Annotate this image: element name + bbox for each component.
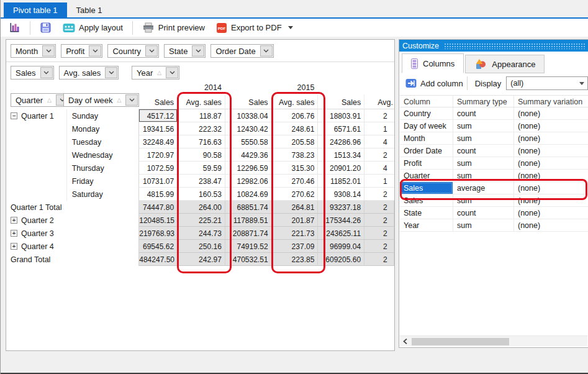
measure-header[interactable]: Avg. sales [178,94,225,109]
summary-column-cell[interactable]: Month [400,132,453,144]
summary-table-row[interactable]: Quartersum(none) [400,170,588,182]
tab-appearance[interactable]: Appearance [465,55,545,73]
summary-variation-cell[interactable]: (none) [513,194,588,206]
pivot-value-cell[interactable]: 2 [364,227,394,240]
measure-header[interactable]: Sales [318,94,364,109]
summary-column-cell[interactable]: Sales [400,182,453,194]
pivot-value-cell[interactable]: 24286.96 [318,135,364,148]
pivot-value-cell[interactable]: 264.00 [178,201,225,214]
summary-table-row[interactable]: Profitsum(none) [400,157,588,170]
row-field-day-of-week[interactable]: Day of week△ [63,93,139,107]
pivot-value-cell[interactable]: 2 [364,214,394,227]
column-field-year-dropdown-button[interactable] [166,67,178,78]
pivot-value-cell[interactable]: 238.47 [178,175,225,188]
pivot-value-cell[interactable]: 175344.26 [318,214,364,227]
pivot-value-cell[interactable]: 20901.20 [318,162,364,175]
export-pdf-dropdown-caret[interactable] [288,26,293,29]
tab-table-1[interactable]: Table 1 [67,2,112,17]
pivot-value-cell[interactable]: 120485.15 [138,214,178,227]
tab-columns[interactable]: Columns [402,53,464,73]
pivot-value-cell[interactable]: 250.16 [178,240,225,253]
pivot-value-cell[interactable]: 2 [364,148,394,162]
pivot-value-cell[interactable]: 10824.69 [225,188,272,201]
summary-type-cell[interactable]: count [453,107,513,119]
pivot-value-cell[interactable]: 32248.49 [138,135,178,148]
header-column[interactable]: Column [400,96,453,107]
pivot-value-cell[interactable]: 59.59 [178,162,225,175]
summary-type-cell[interactable]: sum [453,194,513,206]
export-pdf-button[interactable]: PDF Export to PDF [213,21,296,35]
pivot-value-cell[interactable]: 270.46 [272,175,319,188]
summary-variation-cell[interactable]: (none) [513,107,588,119]
pivot-value-cell[interactable]: 242.97 [178,253,225,266]
pivot-value-cell[interactable]: 5550.58 [225,135,272,148]
summary-type-cell[interactable]: count [453,207,513,219]
pivot-value-cell[interactable]: 12296.59 [225,162,272,175]
summary-table-row[interactable]: Statecount(none) [400,207,588,219]
pivot-value-cell[interactable]: 2 [364,253,394,266]
pivot-value-cell[interactable]: 1 [364,122,394,135]
summary-table-row[interactable]: Yearsum(none) [400,219,588,232]
measure-header[interactable]: Avg. [364,94,394,109]
summary-type-cell[interactable]: sum [453,120,513,132]
summary-table-row[interactable]: Salesaverage(none) [400,182,588,194]
pivot-value-cell[interactable]: 118.87 [178,109,225,122]
summary-table-row[interactable]: Countrycount(none) [400,107,588,120]
tab-pivot-table-1[interactable]: Pivot table 1 [4,2,67,17]
day-row-header[interactable]: Monday [66,122,139,135]
pivot-value-cell[interactable]: 18803.91 [318,109,364,122]
header-summary-variation[interactable]: Summary variation [513,96,588,107]
filter-field-profit[interactable]: Profit [61,44,102,58]
pivot-value-cell[interactable]: 1072.59 [138,162,178,175]
summary-column-cell[interactable]: Country [400,107,453,119]
total-row-header[interactable]: Grand Total [6,253,138,266]
summary-variation-cell[interactable]: (none) [513,120,588,132]
pivot-value-cell[interactable]: 716.63 [178,135,225,148]
display-combo[interactable]: (all) [506,76,588,90]
year-group-header[interactable]: 2014 [138,81,225,94]
day-row-header[interactable]: Friday [66,175,139,188]
summary-variation-cell[interactable]: (none) [513,170,588,181]
filter-field-profit-dropdown-button[interactable] [89,45,101,57]
pivot-value-cell[interactable]: 264.81 [272,201,319,214]
year-group-header[interactable]: 2015 [225,81,319,94]
pivot-value-cell[interactable]: 2 [364,109,394,122]
pivot-value-cell[interactable]: 4815.99 [138,188,178,201]
expand-icon[interactable]: + [11,243,17,250]
summary-table-row[interactable]: Order Datecount(none) [400,145,588,157]
measure-header[interactable]: Sales [225,94,272,109]
add-column-button[interactable]: Add column [403,77,466,89]
summary-table-row[interactable]: Day of weeksum(none) [400,120,588,132]
filter-field-order-date-dropdown-button[interactable] [260,45,273,57]
pivot-value-cell[interactable]: 12430.42 [225,122,272,135]
filter-field-month-dropdown-button[interactable] [42,45,55,57]
summary-column-cell[interactable]: State [400,207,453,219]
summary-variation-cell[interactable]: (none) [513,132,588,144]
pivot-value-cell[interactable]: 96999.04 [318,240,364,253]
pivot-value-cell[interactable]: 160.53 [178,188,225,201]
pivot-value-cell[interactable]: 315.30 [272,162,319,175]
summary-variation-cell[interactable]: (none) [513,207,588,219]
total-row-header[interactable]: +Quarter 3 [6,227,138,240]
summary-type-cell[interactable]: sum [453,157,513,169]
data-field-avg-sales[interactable]: Avg. sales [59,66,119,80]
filter-field-state[interactable]: State [164,44,206,58]
scrollbar-thumb[interactable] [412,338,509,345]
pivot-value-cell[interactable]: 2 [364,201,394,214]
pivot-value-cell[interactable]: 248.61 [272,122,319,135]
total-row-header[interactable]: Quarter 1 Total [6,201,138,214]
pivot-value-cell[interactable]: 4 [364,135,394,148]
pivot-value-cell[interactable]: 117889.51 [225,214,272,227]
pivot-value-cell[interactable]: 205.58 [272,135,319,148]
summary-variation-cell[interactable]: (none) [513,219,588,231]
measure-header[interactable]: Sales [138,94,178,109]
pivot-value-cell[interactable]: 201.87 [272,214,319,227]
quarter-row-header[interactable]: −Quarter 1 [6,109,66,122]
summary-column-cell[interactable]: Year [400,219,453,231]
pivot-value-cell[interactable]: 609205.60 [318,253,364,266]
pivot-value-cell[interactable]: 10731.07 [138,175,178,188]
measure-header[interactable]: Avg. sales [272,94,319,109]
summary-table-row[interactable]: Salessum(none) [400,194,588,207]
summary-type-cell[interactable]: sum [453,219,513,231]
scroll-left-arrow[interactable] [400,336,410,346]
